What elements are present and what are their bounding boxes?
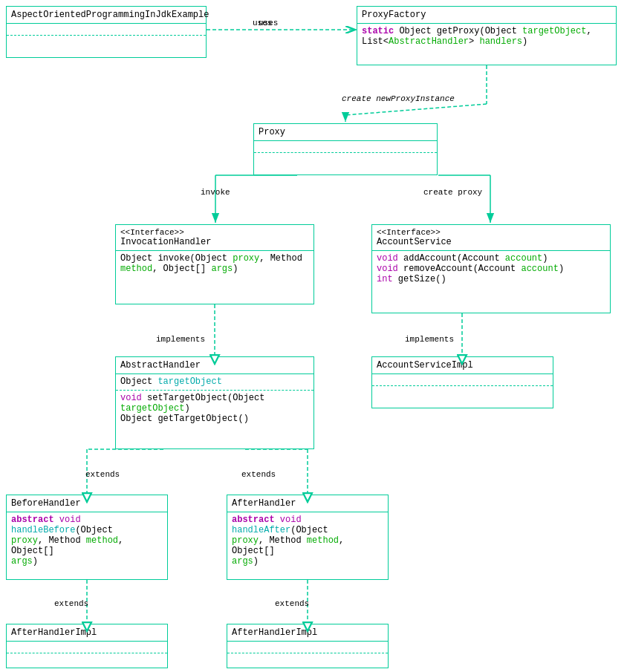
box-aspect-section1 — [7, 24, 206, 36]
box-ahi1-s2 — [7, 653, 167, 665]
extends2-label: extends — [241, 470, 276, 479]
box-account-service-impl: AccountServiceImpl — [371, 356, 553, 408]
box-after-handler: AfterHandler abstract void handleAfter(O… — [227, 495, 389, 580]
implements1-label: implements — [156, 335, 205, 344]
box-account-service-impl-s2 — [372, 386, 553, 398]
uses-label: uses — [253, 19, 272, 27]
box-proxy-title: Proxy — [254, 124, 437, 141]
extends3-label: extends — [54, 599, 88, 608]
box-abstract-handler-methods: void setTargetObject(Object targetObject… — [116, 391, 314, 426]
invocation-handler-stereotype: <<Interface>> — [120, 228, 309, 237]
box-ahi1-s1 — [7, 642, 167, 653]
kw-static: static — [362, 26, 394, 36]
create-proxy-label: create proxy — [423, 188, 483, 197]
account-service-stereotype: <<Interface>> — [377, 228, 605, 237]
box-proxy: Proxy — [253, 123, 438, 175]
box-account-service-impl-title: AccountServiceImpl — [372, 357, 553, 374]
box-after-handler-impl1-title: AfterHandlerImpl — [7, 624, 167, 642]
box-invocation-handler-methods: Object invoke(Object proxy, Method metho… — [116, 251, 314, 276]
box-invocation-handler: <<Interface>> InvocationHandler Object i… — [115, 224, 314, 304]
box-after-handler-methods: abstract void handleAfter(Object proxy, … — [227, 512, 388, 569]
box-proxy-section1 — [254, 141, 437, 153]
box-before-handler-methods: abstract void handleBefore(Object proxy,… — [7, 512, 167, 569]
invoke-label: invoke — [201, 188, 230, 197]
box-ahi2-s1 — [227, 642, 388, 653]
box-before-handler-title: BeforeHandler — [7, 495, 167, 512]
box-abstract-handler-title: AbstractHandler — [116, 357, 314, 374]
box-account-service-impl-s1 — [372, 374, 553, 386]
box-account-service-methods: void addAccount(Account account) void re… — [372, 251, 610, 287]
box-after-handler-impl2-title: AfterHandlerImpl — [227, 624, 388, 642]
box-proxy-factory: ProxyFactory static Object getProxy(Obje… — [357, 6, 617, 65]
create-proxy-line2 — [345, 104, 487, 115]
box-proxy-section2 — [254, 153, 437, 165]
box-aspect-example: AspectOrientedProgrammingInJdkExample — [6, 6, 207, 58]
box-invocation-handler-title: <<Interface>> InvocationHandler — [116, 225, 314, 251]
box-after-handler-impl2: AfterHandlerImpl — [227, 624, 389, 668]
box-account-service: <<Interface>> AccountService void addAcc… — [371, 224, 611, 313]
uses-text: uses — [259, 19, 278, 27]
box-account-service-title: <<Interface>> AccountService — [372, 225, 610, 251]
implements2-label: implements — [405, 335, 454, 344]
box-abstract-handler-fields: Object targetObject — [116, 374, 314, 391]
extends4-label: extends — [275, 599, 309, 608]
create-label: create newProxyInstance — [342, 94, 455, 103]
box-aspect-section2 — [7, 36, 206, 48]
box-ahi2-s2 — [227, 653, 388, 665]
extends1-label: extends — [85, 470, 120, 479]
box-proxy-factory-title: ProxyFactory — [357, 7, 616, 24]
diagram-container: AspectOrientedProgrammingInJdkExample Pr… — [0, 0, 627, 672]
box-before-handler: BeforeHandler abstract void handleBefore… — [6, 495, 168, 580]
box-after-handler-impl1: AfterHandlerImpl — [6, 624, 168, 668]
box-abstract-handler: AbstractHandler Object targetObject void… — [115, 356, 314, 449]
box-aspect-title: AspectOrientedProgrammingInJdkExample — [7, 7, 206, 24]
box-after-handler-title: AfterHandler — [227, 495, 388, 512]
box-proxy-factory-section: static Object getProxy(Object targetObje… — [357, 24, 616, 49]
